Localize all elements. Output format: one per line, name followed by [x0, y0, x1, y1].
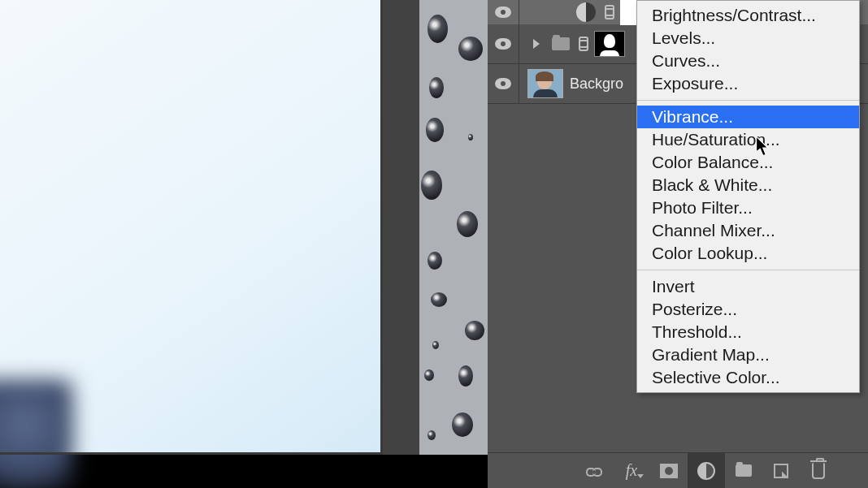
visibility-eye-icon[interactable]	[495, 6, 511, 18]
secondary-document[interactable]	[419, 0, 488, 455]
folder-icon	[552, 37, 570, 50]
layer-mask-silhouette[interactable]	[594, 31, 625, 57]
menu-item-photo-filter[interactable]: Photo Filter...	[637, 196, 859, 219]
link-layers-button[interactable]	[575, 453, 613, 489]
menu-item-hue-saturation[interactable]: Hue/Saturation...	[637, 128, 859, 151]
new-layer-icon	[774, 464, 788, 478]
layer-name-label[interactable]: Backgro	[570, 76, 623, 93]
adjustment-icon	[697, 462, 715, 480]
visibility-eye-icon[interactable]	[495, 78, 511, 89]
link-icon	[586, 463, 602, 479]
menu-separator	[637, 100, 859, 101]
link-icon[interactable]	[576, 37, 588, 51]
menu-item-brightness-contrast[interactable]: Brightness/Contrast...	[637, 4, 859, 27]
layer-style-button[interactable]: fx	[613, 453, 650, 489]
delete-layer-button[interactable]	[800, 453, 837, 489]
document-canvas[interactable]	[0, 0, 380, 452]
menu-item-levels[interactable]: Levels...	[637, 27, 859, 50]
workspace-gap	[383, 0, 419, 455]
menu-item-black-white[interactable]: Black & White...	[637, 174, 859, 196]
menu-separator	[637, 270, 859, 270]
menu-item-posterize[interactable]: Posterize...	[637, 298, 859, 321]
new-adjustment-button[interactable]	[688, 453, 725, 489]
menu-item-curves[interactable]: Curves...	[637, 50, 859, 72]
visibility-eye-icon[interactable]	[495, 38, 511, 50]
menu-item-selective-color[interactable]: Selective Color...	[637, 366, 859, 389]
adjustment-layer-icon	[576, 2, 596, 22]
menu-item-channel-mixer[interactable]: Channel Mixer...	[637, 219, 859, 242]
link-icon[interactable]	[602, 5, 614, 19]
new-layer-button[interactable]	[762, 453, 800, 489]
menu-item-vibrance[interactable]: Vibrance...	[637, 106, 859, 128]
trash-icon	[812, 463, 825, 479]
new-group-button[interactable]	[725, 453, 762, 489]
canvas-border-bottom	[0, 452, 383, 455]
menu-item-gradient-map[interactable]: Gradient Map...	[637, 343, 859, 366]
folder-icon	[736, 464, 752, 477]
menu-item-color-balance[interactable]: Color Balance...	[637, 151, 859, 174]
layers-panel-footer: fx	[488, 452, 868, 488]
menu-item-invert[interactable]: Invert	[637, 275, 859, 298]
canvas-image-corner	[0, 379, 73, 488]
fx-icon: fx	[626, 461, 637, 480]
mask-icon	[660, 464, 678, 478]
disclosure-triangle-icon[interactable]	[533, 39, 540, 49]
menu-item-threshold[interactable]: Threshold...	[637, 321, 859, 343]
menu-item-exposure[interactable]: Exposure...	[637, 72, 859, 95]
add-mask-button[interactable]	[650, 453, 688, 489]
adjustment-layer-menu: Brightness/Contrast... Levels... Curves.…	[636, 0, 860, 393]
layer-thumbnail[interactable]	[527, 69, 563, 98]
menu-item-color-lookup[interactable]: Color Lookup...	[637, 242, 859, 265]
